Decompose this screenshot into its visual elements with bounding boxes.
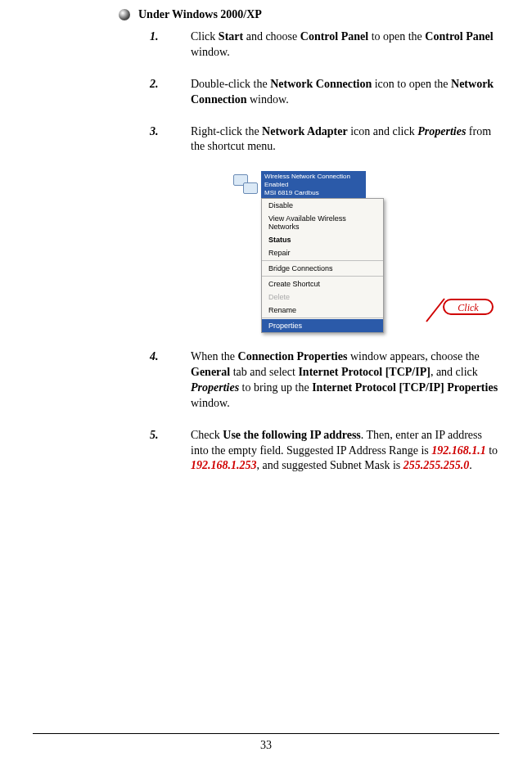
section-heading: Under Windows 2000/XP [119, 8, 499, 21]
step-number: 4. [150, 349, 191, 412]
step-number: 2. [150, 77, 191, 108]
network-adapter-icon [232, 171, 259, 196]
menu-item-properties[interactable]: Properties [262, 319, 383, 332]
step-4: 4. When the Connection Properties window… [150, 349, 499, 412]
connection-label: Wireless Network Connection Enabled MSI … [232, 171, 444, 198]
page-number: 33 [260, 739, 272, 751]
step-number: 5. [150, 428, 191, 475]
connection-text: Wireless Network Connection Enabled MSI … [261, 171, 366, 198]
heading-text: Under Windows 2000/XP [138, 8, 262, 21]
menu-item-view-networks[interactable]: View Available Wireless Networks [262, 212, 383, 233]
step-body: Double-click the Network Connection icon… [191, 77, 499, 108]
step-1: 1. Click Start and choose Control Panel … [150, 29, 499, 61]
step-number: 1. [150, 29, 191, 61]
step-body: Check Use the following IP address. Then… [191, 428, 499, 475]
menu-separator [262, 276, 383, 277]
menu-item-delete: Delete [262, 290, 383, 304]
menu-separator [262, 317, 383, 318]
menu-item-disable[interactable]: Disable [262, 199, 383, 212]
bullet-icon [119, 9, 130, 20]
step-body: Right-click the Network Adapter icon and… [191, 124, 499, 155]
step-5: 5. Check Use the following IP address. T… [150, 428, 499, 475]
menu-item-status[interactable]: Status [262, 233, 383, 246]
page-footer: 33 [0, 733, 532, 752]
step-3: 3. Right-click the Network Adapter icon … [150, 124, 499, 155]
step-body: Click Start and choose Control Panel to … [191, 29, 499, 61]
menu-item-create-shortcut[interactable]: Create Shortcut [262, 277, 383, 290]
menu-separator [262, 260, 383, 261]
menu-item-repair[interactable]: Repair [262, 246, 383, 259]
context-menu: Disable View Available Wireless Networks… [261, 198, 384, 333]
menu-item-bridge[interactable]: Bridge Connections [262, 262, 383, 275]
steps-list: 1. Click Start and choose Control Panel … [150, 29, 499, 474]
step-body: When the Connection Properties window ap… [191, 349, 499, 412]
menu-item-rename[interactable]: Rename [262, 304, 383, 317]
step-number: 3. [150, 124, 191, 155]
context-menu-figure: Wireless Network Connection Enabled MSI … [232, 171, 444, 333]
click-callout: Click [443, 299, 494, 315]
step-2: 2. Double-click the Network Connection i… [150, 77, 499, 108]
